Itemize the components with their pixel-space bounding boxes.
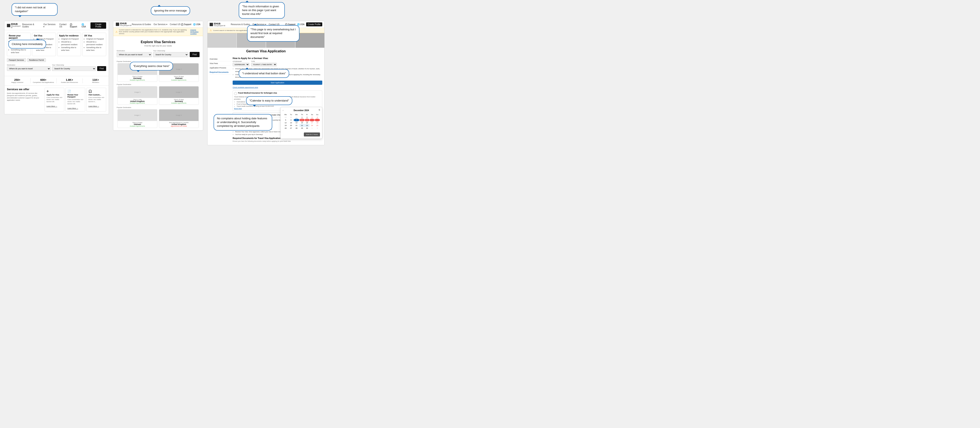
nav-resources-2[interactable]: Resources & Guides xyxy=(132,23,151,25)
cal-day[interactable]: 29 xyxy=(283,116,288,119)
support-icon: 🎧 xyxy=(88,90,104,93)
bubble-button-understood: "I understood what that button does" xyxy=(239,69,289,78)
visa-card-uk[interactable]: Image 3 Visa in 1 day United Kingdom Ava… xyxy=(118,86,157,105)
learn-more-visa[interactable]: Learn More → xyxy=(46,105,57,107)
create-profile-button-3[interactable]: Create Profile xyxy=(306,22,322,26)
stats-row: 250+ Happy customer 600+ Completed Visa … xyxy=(5,76,109,86)
svc-card-passport[interactable]: 📄 Renew Your Passport Cras consectetur o… xyxy=(65,88,85,111)
cal-day[interactable]: 22 xyxy=(299,124,305,127)
support-link-2[interactable]: 🎧 Support xyxy=(181,23,191,25)
book-now-link[interactable]: Book Now xyxy=(234,108,242,109)
cal-day[interactable]: 25 xyxy=(315,124,320,127)
explore-citizenship-select[interactable]: Search for Country xyxy=(153,52,188,57)
cal-day[interactable]: 15 xyxy=(299,121,305,124)
tab-residence-permit[interactable]: Residence Permit xyxy=(27,58,46,62)
visa-img-germany-2: Image 1 xyxy=(159,86,199,98)
cal-day[interactable]: 30 xyxy=(288,116,294,119)
cal-day[interactable]: 20 xyxy=(288,124,294,127)
explore-destination-select[interactable]: Where do you want to travel xyxy=(117,52,152,57)
services-cards: ✈ Apply for Visa Cras consectetur orci d… xyxy=(45,88,106,111)
visa-card-vietnam-2[interactable]: Image 2 Visa in 10 days Vietnam Availabl… xyxy=(118,109,157,128)
nav-right-2: 🎧 Support 🌐 USA xyxy=(181,23,200,25)
destination-select[interactable]: Where do you want to travel xyxy=(7,67,51,71)
calendar-header: ‹ December 2024 › xyxy=(283,109,320,111)
cal-day[interactable]: 2 xyxy=(315,127,320,130)
location-selector[interactable]: 🌐 USA xyxy=(81,23,89,28)
bubble-ignoring: Ignoring the error message xyxy=(151,6,190,15)
nav-contact[interactable]: Contact US xyxy=(59,23,70,28)
cal-day[interactable]: 27 xyxy=(288,127,294,130)
cal-day[interactable]: 2 xyxy=(305,116,310,119)
cal-day[interactable]: 21 xyxy=(294,124,299,127)
learn-more-support[interactable]: Learn More → xyxy=(88,105,99,107)
cal-day[interactable]: 14 xyxy=(294,121,299,124)
cal-day[interactable]: 17 xyxy=(310,121,315,124)
find-button[interactable]: Find xyxy=(97,66,106,71)
sidebar-overview[interactable]: Overview xyxy=(210,57,231,61)
visa-card-uk-limited[interactable]: Image 3 Next appointment in 2 months Uni… xyxy=(159,109,199,128)
sidebar-application-process[interactable]: Application Process xyxy=(210,66,231,70)
cal-day[interactable]: 8 xyxy=(299,119,305,121)
start-application-button[interactable]: Start Application xyxy=(233,81,322,85)
support-link[interactable]: 🎧 Support xyxy=(70,23,80,28)
service-card-residence[interactable]: Apply for residence Original US Passport… xyxy=(57,33,81,56)
doc-status-circle xyxy=(234,92,237,95)
nav-bar-2: IDHUB Visa passport ID Resources & Guide… xyxy=(113,21,203,28)
cal-day[interactable]: 12 xyxy=(283,121,288,124)
cal-day[interactable]: 30 xyxy=(305,127,310,130)
svc-card-support[interactable]: 🎧 7/24 Custom... Cras consectetur orci d… xyxy=(86,88,106,111)
calendar-close-button[interactable]: ✕ xyxy=(318,108,320,111)
nav-contact-2[interactable]: Contact US xyxy=(170,23,180,25)
cal-day[interactable]: 5 xyxy=(283,119,288,121)
cal-day[interactable]: 16 xyxy=(305,121,310,124)
location-selector-3[interactable]: 🌐 USA xyxy=(297,23,304,25)
change-location-link[interactable]: Change Application Location xyxy=(190,29,201,35)
stat-members: 11K+ Members xyxy=(83,78,109,83)
popular-label-3: Popular Destination xyxy=(117,106,200,108)
cal-day[interactable]: 28 xyxy=(294,127,299,130)
visa-type-dropdown[interactable]: TOURIST 1 TIME ENTRY xyxy=(251,63,277,67)
cal-day[interactable]: 10 xyxy=(310,119,315,121)
cal-day-today[interactable]: 7 xyxy=(294,119,299,121)
calendar-prev-button[interactable]: ‹ xyxy=(283,109,283,111)
sidebar-visa-fees[interactable]: Visa Fees xyxy=(210,61,231,66)
tab-passport-services[interactable]: Passport Services xyxy=(7,58,26,62)
cal-day[interactable]: 29 xyxy=(299,127,305,130)
cal-day[interactable]: 6 xyxy=(288,119,294,121)
cal-day[interactable]: 9 xyxy=(305,119,310,121)
destination-field: Destination Where do you want to travel xyxy=(7,64,51,71)
cal-day[interactable]: 26 xyxy=(283,127,288,130)
create-profile-button[interactable]: Create Profile xyxy=(91,22,106,29)
nav-resources[interactable]: Resources & Guides xyxy=(22,23,41,28)
visa-card-germany-2[interactable]: Image 1 Visa in 10 days Germany Availabl… xyxy=(159,86,199,105)
check-appointments-link[interactable]: Check available appointment slots xyxy=(233,86,322,88)
cal-day[interactable]: 23 xyxy=(305,124,310,127)
service-card-uk-visa[interactable]: UK Visa Original US Passport Should be a… xyxy=(82,33,106,56)
citizenship-select[interactable]: Search for Country xyxy=(52,67,96,71)
cal-day[interactable]: 19 xyxy=(283,124,288,127)
explore-find-button[interactable]: Find xyxy=(190,52,200,57)
cal-day[interactable]: 4 xyxy=(315,116,320,119)
cal-day[interactable]: 18 xyxy=(315,121,320,124)
cal-day[interactable]: 31 xyxy=(294,116,299,119)
svc-card-visa[interactable]: ✈ Apply for Visa Cras consectetur orci d… xyxy=(45,88,64,111)
nav-services[interactable]: Our Services ▾ xyxy=(43,23,57,28)
cal-day[interactable]: 11 xyxy=(315,119,320,121)
bubble-navigation: "I did not even not look at navigation" xyxy=(11,3,57,16)
cal-day[interactable]: 24 xyxy=(310,124,315,127)
cal-day[interactable]: 1 xyxy=(299,116,305,119)
warning-bar: ⚠ Current search is intended for visa ap… xyxy=(113,28,203,36)
calendar-popup: ✕ ‹ December 2024 › Mo Tu We Th Fr Sa Su xyxy=(280,107,322,139)
bubble-no-complains: No complains about holding date features… xyxy=(213,114,272,131)
cal-day[interactable]: 13 xyxy=(288,121,294,124)
panel-homepage: IDHUB Visa passport ID Resources & Guide… xyxy=(4,21,109,114)
nav-links-2: Resources & Guides Our Services ▾ Contac… xyxy=(132,23,180,25)
sidebar-required-docs[interactable]: Required Documents xyxy=(210,70,231,75)
cal-day[interactable]: 3 xyxy=(310,116,315,119)
hold-for-hours-button[interactable]: Hold for 2 hours xyxy=(304,133,320,136)
learn-more-passport[interactable]: Learn More → xyxy=(67,107,78,109)
nav-services-2[interactable]: Our Services ▾ xyxy=(153,23,167,25)
location-selector-2[interactable]: 🌐 USA xyxy=(193,23,200,25)
nav-resources-3[interactable]: Resources & Guides xyxy=(231,23,250,25)
cal-day[interactable]: 1 xyxy=(310,127,315,130)
